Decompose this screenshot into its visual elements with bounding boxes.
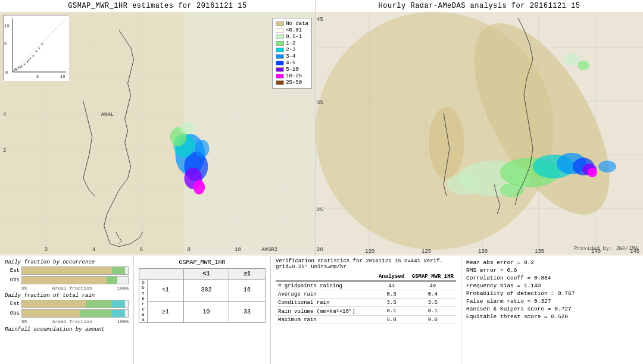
axis-middle-1: Areal fraction	[52, 285, 92, 291]
svg-text:5: 5	[36, 74, 39, 79]
axis-right-2: 100%	[117, 319, 129, 324]
rain-obs-bar	[21, 309, 129, 318]
verification-val2-1: 0.4	[410, 290, 456, 299]
svg-point-41	[16, 69, 18, 71]
verification-val2-3: 0.1	[410, 307, 456, 316]
legend-label-1025: 10-25	[286, 73, 302, 79]
verification-val1-3: 0.1	[373, 307, 409, 316]
occurrence-est-bar	[21, 266, 129, 275]
verification-row-2: Conditional rain 3.5 3.5	[276, 299, 456, 307]
legend-label-34: 3-4	[286, 54, 295, 59]
right-map-panel: Hourly Radar-AMeDAS analysis for 2016112…	[316, 0, 643, 256]
occurrence-est-fill-green	[112, 267, 124, 274]
svg-point-22	[195, 140, 209, 158]
bottom-section: Daily fraction by occurrence Est Obs 0% …	[0, 256, 643, 364]
rain-footer: Rainfall accumulation by amount	[5, 327, 129, 332]
verification-table: Analysed GSMAP_MWR_1HR # gridpoints rain…	[276, 272, 456, 324]
verification-val1-2: 3.5	[373, 299, 409, 307]
svg-text:4: 4	[3, 112, 6, 118]
svg-point-77	[588, 168, 597, 177]
svg-point-42	[18, 67, 20, 69]
verification-row-0: # gridpoints raining 43 49	[276, 282, 456, 290]
contingency-table: <1 ≥1 Observed <1 382 16 ≥1 10 33	[139, 268, 266, 323]
bottom-left-charts: Daily fraction by occurrence Est Obs 0% …	[0, 256, 134, 364]
legend-item-12: 1-2	[276, 40, 308, 46]
cell-21: 10	[184, 301, 229, 323]
rain-obs-fill-tan	[22, 310, 80, 317]
axis-left-2: 0%	[21, 319, 27, 324]
legend-color-1025	[276, 74, 284, 79]
svg-point-81	[563, 54, 580, 65]
svg-text:2: 2	[45, 247, 48, 253]
metric-1: RMS error = 0.6	[466, 267, 638, 274]
svg-point-18	[193, 180, 205, 194]
legend-color-nodata	[276, 21, 284, 26]
metric-7: Equitable threat score = 0.520	[466, 313, 638, 320]
contingency-corner	[139, 269, 184, 280]
legend-item-nodata: No data	[276, 21, 308, 27]
svg-text:120: 120	[365, 249, 374, 255]
rain-est-fill-green	[86, 300, 113, 307]
axis-left-1: 0%	[21, 285, 27, 291]
cell-22: 33	[229, 301, 265, 323]
verification-row-1: Average rain 0.3 0.4	[276, 290, 456, 299]
svg-text:AMSR2: AMSR2	[261, 247, 277, 253]
occurrence-obs-row: Obs	[5, 276, 129, 284]
verification-val1-4: 5.8	[373, 316, 409, 324]
occurrence-obs-fill-tan	[22, 277, 107, 284]
verification-header-row: Analysed GSMAP_MWR_1HR	[276, 272, 456, 281]
svg-text:130: 130	[478, 249, 488, 255]
legend-item-45: 4-5	[276, 60, 308, 66]
svg-point-45	[27, 61, 29, 63]
col-header-2: ≥1	[229, 269, 265, 280]
right-map-canvas: 45 35 25 20 120 125 130 135 140 145 Prov…	[316, 12, 643, 255]
legend-color-34	[276, 54, 284, 59]
svg-text:8: 8	[187, 247, 190, 253]
legend-label-12: 1-2	[286, 40, 295, 46]
svg-point-44	[24, 64, 26, 65]
svg-point-52	[28, 59, 30, 61]
verification-title: Verification statistics for 20161121 15 …	[276, 258, 456, 270]
svg-text:2: 2	[3, 148, 6, 153]
right-map-svg: 45 35 25 20 120 125 130 135 140 145	[316, 12, 643, 255]
rain-est-fill-tan	[22, 300, 86, 307]
right-map-title: Hourly Radar-AMeDAS analysis for 2016112…	[316, 0, 643, 12]
legend-label-2550: 25-50	[286, 80, 302, 86]
verification-label-2: Conditional rain	[276, 299, 373, 307]
contingency-title: GSMAP_MWR_1HR	[139, 259, 266, 266]
svg-point-82	[578, 61, 589, 70]
svg-text:10: 10	[4, 24, 9, 29]
svg-point-48	[36, 51, 38, 52]
svg-point-47	[33, 55, 35, 57]
scatter-inset: 0 5 10 6 10	[3, 15, 68, 80]
legend-label-45: 4-5	[286, 60, 295, 66]
legend-label-23: 2-3	[286, 47, 295, 53]
metric-2: Correlation coeff = 0.884	[466, 275, 638, 281]
est-label-1: Est	[5, 268, 20, 274]
obs-side-label: Observed	[139, 280, 148, 323]
svg-text:20: 20	[317, 247, 323, 253]
maps-section: GSMAP_MWR_1HR estimates for 20161121 15	[0, 0, 643, 256]
rain-obs-row: Obs	[5, 309, 129, 318]
rain-est-bar	[21, 300, 129, 308]
watermark: Provided by: JWA/JMA	[574, 246, 638, 252]
svg-text:0: 0	[5, 70, 8, 75]
svg-point-51	[21, 65, 23, 67]
svg-point-78	[447, 174, 482, 195]
svg-point-46	[30, 58, 32, 59]
legend-color-510	[276, 67, 284, 72]
est-label-2: Est	[5, 301, 20, 307]
svg-text:6: 6	[4, 42, 7, 46]
metric-5: False alarm ratio = 0.327	[466, 298, 638, 305]
legend-item-34: 3-4	[276, 54, 308, 59]
legend-item-23: 2-3	[276, 47, 308, 53]
verification-stats-panel: Verification statistics for 20161121 15 …	[271, 256, 461, 364]
legend-label-510: 5-10	[286, 67, 299, 73]
legend-item-0501: 0.5-1	[276, 34, 308, 40]
cell-11: 382	[184, 280, 229, 302]
left-map-canvas: 10 8 6 4 2 2 4 6 8 10 ANAL AMSR2	[0, 12, 315, 255]
svg-text:135: 135	[535, 249, 544, 255]
obs-label-2: Obs	[5, 310, 20, 316]
svg-point-50	[42, 43, 43, 45]
axis-right-1: 100%	[117, 285, 129, 291]
